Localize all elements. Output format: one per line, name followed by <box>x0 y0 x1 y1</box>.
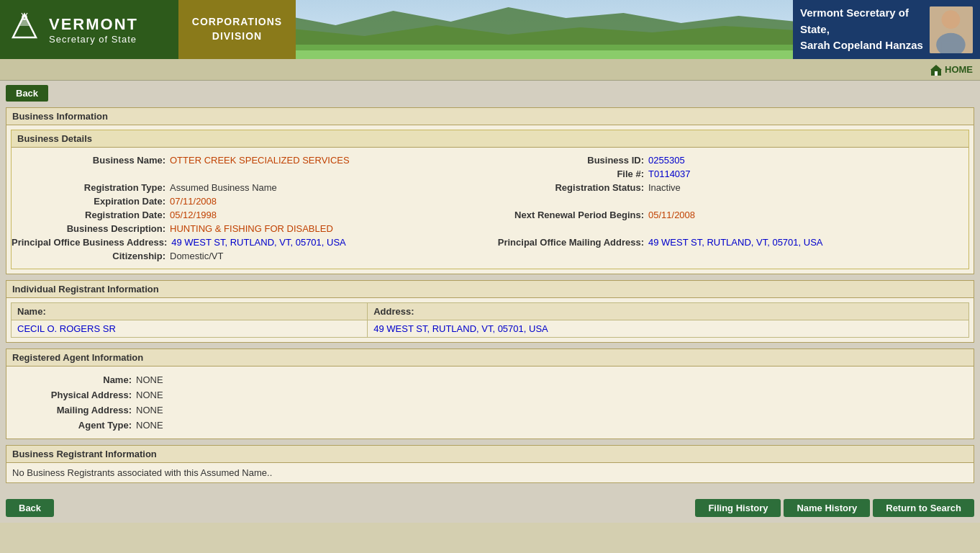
file-num-label: File #: <box>490 168 648 179</box>
reg-type-field: Registration Type: Assumed Business Name <box>12 181 490 194</box>
business-name-value: OTTER CREEK SPECIALIZED SERVICES <box>170 155 350 166</box>
agent-mailing-value: NONE <box>136 405 163 415</box>
agent-physical-field: Physical Address: NONE <box>6 387 974 403</box>
business-registrant-header: Business Registrant Information <box>6 446 974 463</box>
citizenship-value: Domestic/VT <box>170 251 223 261</box>
back-button-top[interactable]: Back <box>6 85 48 102</box>
logo-vt-group: VERMONT Secretary of State <box>9 12 138 48</box>
business-registrant-content: No Business Registrants associated with … <box>6 463 974 482</box>
biz-desc-col: Business Description: HUNTING & FISHING … <box>12 222 490 235</box>
citizenship-field: Citizenship: Domestic/VT <box>12 249 490 263</box>
svg-point-11 <box>942 10 961 29</box>
official-fullname: Sarah Copeland Hanzas <box>800 37 930 54</box>
registrant-name-cell: CECIL O. ROGERS SR <box>12 320 368 338</box>
svg-line-4 <box>26 13 27 15</box>
name-history-button[interactable]: Name History <box>784 499 870 517</box>
home-icon <box>930 64 942 76</box>
business-name-label: Business Name: <box>12 155 170 166</box>
agent-name-field: Name: NONE <box>6 372 974 387</box>
main-content: Back Business Information Business Detai… <box>0 81 980 493</box>
mountain-icon <box>9 12 40 48</box>
agent-mailing-label: Mailing Address: <box>6 405 136 415</box>
reg-date-row: Registration Date: 05/12/1998 Next Renew… <box>12 208 968 222</box>
reg-status-col: Registration Status: Inactive <box>490 181 968 194</box>
renewal-field: Next Renewal Period Begins: 05/11/2008 <box>490 208 968 222</box>
official-avatar <box>930 6 973 53</box>
principal-office-value: 49 WEST ST, RUTLAND, VT, 05701, USA <box>171 237 346 248</box>
business-id-field: Business ID: 0255305 <box>490 153 968 167</box>
business-id-value: 0255305 <box>648 155 685 166</box>
principal-mailing-field: Principal Office Mailing Address: 49 WES… <box>490 235 968 249</box>
nav-bar: HOME <box>0 59 980 81</box>
registrant-table-header-row: Name: Address: <box>12 303 969 320</box>
vermont-label: VERMONT <box>49 15 138 34</box>
header-logo-area: VERMONT Secretary of State <box>0 0 178 59</box>
svg-rect-9 <box>296 50 793 59</box>
logo-text-group: VERMONT Secretary of State <box>49 15 138 45</box>
file-num-field: File #: T0114037 <box>490 167 968 181</box>
principal-mailing-col: Principal Office Mailing Address: 49 WES… <box>490 235 968 249</box>
address-row: Principal Office Business Address: 49 WE… <box>12 235 968 249</box>
biz-desc-row: Business Description: HUNTING & FISHING … <box>12 222 968 235</box>
citizenship-row: Citizenship: Domestic/VT <box>12 249 968 263</box>
registrant-address-header: Address: <box>368 303 969 320</box>
biz-desc-label: Business Description: <box>12 223 170 234</box>
header-official-info: Vermont Secretary of State, Sarah Copela… <box>793 0 980 59</box>
renewal-label: Next Renewal Period Begins: <box>490 210 648 220</box>
reg-date-col: Registration Date: 05/12/1998 <box>12 208 490 222</box>
table-row: CECIL O. ROGERS SR49 WEST ST, RUTLAND, V… <box>12 320 969 338</box>
principal-office-col: Principal Office Business Address: 49 WE… <box>12 235 490 249</box>
expiration-col: Expiration Date: 07/11/2008 <box>12 194 490 208</box>
agent-type-value: NONE <box>136 420 163 431</box>
vt-logo: VERMONT Secretary of State <box>9 12 138 48</box>
home-label: HOME <box>945 64 973 75</box>
renewal-value: 05/11/2008 <box>648 210 695 220</box>
business-id-col: Business ID: 0255305 <box>490 153 968 167</box>
business-name-row: Business Name: OTTER CREEK SPECIALIZED S… <box>12 153 968 167</box>
individual-registrant-section: Individual Registrant Information Name: … <box>6 280 974 343</box>
back-button-bottom[interactable]: Back <box>6 499 54 517</box>
business-registrant-section: Business Registrant Information No Busin… <box>6 445 974 483</box>
reg-date-value: 05/12/1998 <box>170 210 217 220</box>
agent-type-label: Agent Type: <box>6 420 136 431</box>
sos-label: Secretary of State <box>49 34 138 45</box>
home-link[interactable]: HOME <box>930 64 973 76</box>
principal-mailing-label: Principal Office Mailing Address: <box>490 237 648 248</box>
citizenship-col: Citizenship: Domestic/VT <box>12 249 490 263</box>
reg-status-value: Inactive <box>648 182 681 193</box>
empty-col <box>12 167 490 181</box>
reg-type-value: Assumed Business Name <box>170 182 277 193</box>
business-name-field: Business Name: OTTER CREEK SPECIALIZED S… <box>12 153 490 167</box>
filing-history-button[interactable]: Filing History <box>695 499 781 517</box>
header-division: CORPORATIONS DIVISION <box>178 0 296 59</box>
file-num-col: File #: T0114037 <box>490 167 968 181</box>
header-banner-image <box>296 0 793 59</box>
principal-mailing-value: 49 WEST ST, RUTLAND, VT, 05701, USA <box>648 237 823 248</box>
return-to-search-button[interactable]: Return to Search <box>873 499 974 517</box>
expiration-field: Expiration Date: 07/11/2008 <box>12 194 490 208</box>
registrant-name-header: Name: <box>12 303 368 320</box>
bottom-bar: Back Filing History Name History Return … <box>0 493 980 523</box>
expiration-value: 07/11/2008 <box>170 196 217 207</box>
reg-date-label: Registration Date: <box>12 210 170 220</box>
agent-type-field: Agent Type: NONE <box>6 418 974 433</box>
biz-desc-value: HUNTING & FISHING FOR DISABLED <box>170 223 333 234</box>
expiration-row: Expiration Date: 07/11/2008 <box>12 194 968 208</box>
agent-name-value: NONE <box>136 374 163 385</box>
bottom-button-group: Filing History Name History Return to Se… <box>695 499 974 517</box>
reg-type-row: Registration Type: Assumed Business Name… <box>12 181 968 194</box>
file-num-value: T0114037 <box>648 168 691 179</box>
citizenship-label: Citizenship: <box>12 251 170 261</box>
registrant-table-body: CECIL O. ROGERS SR49 WEST ST, RUTLAND, V… <box>12 320 969 338</box>
business-id-label: Business ID: <box>490 155 648 166</box>
reg-status-field: Registration Status: Inactive <box>490 181 968 194</box>
registrant-address-cell: 49 WEST ST, RUTLAND, VT, 05701, USA <box>368 320 969 338</box>
agent-physical-value: NONE <box>136 390 163 400</box>
official-title: Vermont Secretary of State, <box>800 5 930 37</box>
registrant-table: Name: Address: CECIL O. ROGERS SR49 WEST… <box>11 302 969 338</box>
business-details-header: Business Details <box>12 130 968 148</box>
registered-agent-header: Registered Agent Information <box>6 349 974 367</box>
reg-date-field: Registration Date: 05/12/1998 <box>12 208 490 222</box>
page-header: VERMONT Secretary of State CORPORATIONS … <box>0 0 980 59</box>
file-num-row: File #: T0114037 <box>12 167 968 181</box>
